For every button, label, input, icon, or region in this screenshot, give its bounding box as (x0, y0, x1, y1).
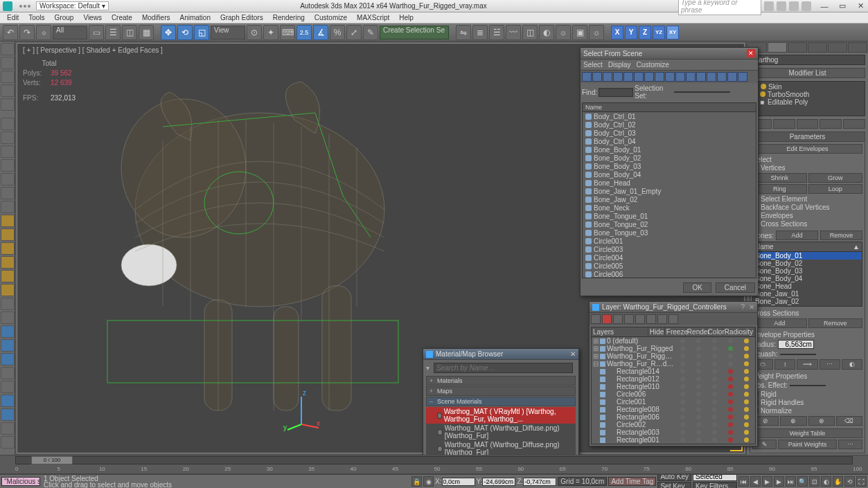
axis-y[interactable]: Y (625, 26, 637, 39)
sfs-item[interactable]: Bone_Body_04 (583, 170, 756, 179)
sfs-tab-display[interactable]: Display (608, 61, 631, 69)
loop-button[interactable]: Loop (808, 184, 863, 194)
favorites-icon[interactable] (789, 1, 799, 11)
layer-row[interactable]: Rectangle010 (592, 383, 755, 390)
menu-animation[interactable]: Animation (175, 14, 214, 21)
layer-row[interactable]: ⊟Warthog_Fur_R…d_Cont (592, 360, 755, 368)
help-search[interactable]: Type a keyword or phrase (678, 0, 761, 15)
mmb-mat-1[interactable]: Warthog_MAT (Warthog_Diffuse.png) [Warth… (426, 424, 576, 440)
lt-misc-4[interactable] (1, 408, 15, 421)
menu-modifiers[interactable]: Modifiers (138, 14, 175, 21)
layer-row[interactable]: ⊞0 (default) (592, 337, 755, 345)
lt-modeling-7[interactable] (1, 201, 15, 213)
lt-modeling-5[interactable] (1, 173, 15, 186)
close-button[interactable]: ✕ (856, 1, 865, 11)
render-frame-button[interactable]: ▣ (572, 25, 587, 40)
maximize-button[interactable]: ▭ (838, 1, 847, 11)
menu-maxscript[interactable]: MAXScript (353, 14, 393, 21)
make-unique[interactable] (797, 119, 819, 129)
lt-grid-1[interactable] (1, 298, 15, 310)
bone-item[interactable]: Bone_Body_04 (753, 275, 862, 282)
render-setup-button[interactable]: ☼ (556, 25, 571, 40)
lt-1[interactable] (1, 43, 15, 55)
nav-fov[interactable]: ◐ (821, 476, 831, 487)
nav-zoom-all[interactable]: ⊡ (809, 476, 820, 487)
sfs-tab-customize[interactable]: Customize (637, 61, 669, 69)
sfs-tab-select[interactable]: Select (583, 61, 603, 69)
keyboard-shortcut-button[interactable]: ⌨ (280, 25, 295, 40)
layer-row[interactable]: Circle006 (592, 390, 755, 398)
isolate-toggle[interactable]: ◉ (423, 476, 434, 487)
sfs-item[interactable]: Body_Ctrl_02 (583, 120, 756, 129)
sfs-item[interactable]: Body_Ctrl_04 (583, 137, 756, 145)
coord-y[interactable] (482, 478, 515, 486)
redo-button[interactable]: ↷ (19, 25, 35, 40)
workspace-selector[interactable]: Workspace: Default ▾ (36, 1, 109, 10)
bone-item[interactable]: Bone_Head (753, 282, 862, 290)
nav-pan[interactable]: ✋ (833, 476, 843, 487)
sfs-item[interactable]: Bone_Tongue_02 (583, 220, 756, 228)
undo-button[interactable]: ↶ (3, 25, 18, 40)
layer-row[interactable]: Rectangle012 (592, 375, 755, 383)
layer-delete[interactable] (602, 314, 612, 324)
sfs-list[interactable]: Name Body_Ctrl_01Body_Ctrl_02Body_Ctrl_0… (582, 102, 756, 278)
bone-item[interactable]: Bone_Neck (753, 305, 862, 307)
tab-motion[interactable] (808, 42, 827, 53)
cs-remove-button[interactable]: Remove (808, 318, 863, 328)
sfs-item[interactable]: Bone_Body_03 (583, 162, 756, 170)
select-region-button[interactable]: ◫ (122, 25, 137, 40)
schematic-button[interactable]: ◫ (522, 25, 538, 40)
layer-row[interactable]: Rectangle003 (592, 428, 755, 436)
sfs-item[interactable]: Bone_Neck (583, 204, 756, 212)
layer-row[interactable]: Circle001 (592, 398, 755, 406)
sfs-close-button[interactable]: ✕ (747, 49, 755, 57)
material-editor-button[interactable]: ◐ (539, 25, 554, 40)
scale-button[interactable]: ◱ (194, 25, 209, 40)
auto-key-button[interactable]: Auto Key (657, 474, 691, 481)
ring-button[interactable]: Ring (752, 184, 807, 194)
named-selection-set[interactable]: Create Selection Se (380, 26, 449, 39)
pivot-button[interactable]: ⊙ (247, 25, 262, 40)
mmb-mat-0[interactable]: Warthog_MAT ( VRayMtl ) [Warthog, Wartho… (426, 407, 576, 424)
lt-grid-2[interactable] (1, 311, 15, 324)
lt-misc-6[interactable] (1, 436, 15, 449)
lt-misc-1[interactable] (1, 367, 15, 379)
sfs-item[interactable]: Circle006 (583, 270, 756, 278)
lt-helper-3[interactable] (1, 353, 15, 365)
angle-snap-button[interactable]: ∡ (313, 25, 328, 40)
bone-list[interactable]: Name▲ Bone_Body_01Bone_Body_02Bone_Body_… (752, 242, 862, 307)
lt-light-2[interactable] (1, 284, 15, 296)
sfs-item[interactable]: Bone_Head (583, 179, 756, 187)
tab-modify[interactable] (768, 42, 787, 53)
transform-gizmo[interactable]: z x y (281, 390, 322, 431)
sfs-item[interactable]: Circle001 (583, 237, 756, 245)
menu-tools[interactable]: Tools (24, 14, 48, 21)
select-name-button[interactable]: ☰ (105, 25, 121, 40)
play-button[interactable]: ▶ (762, 476, 772, 487)
axis-x[interactable]: X (611, 26, 623, 39)
remove-modifier[interactable] (820, 119, 842, 129)
exchange-icon[interactable] (777, 1, 786, 11)
lt-5[interactable] (1, 98, 15, 111)
refcoord-dropdown[interactable]: View (211, 26, 245, 39)
modifier-list-dropdown[interactable]: Modifier List (750, 68, 865, 78)
menu-views[interactable]: Views (79, 14, 106, 21)
lt-misc-5[interactable] (1, 422, 15, 435)
edit-named-sel-button[interactable]: ✎ (363, 25, 378, 40)
weight-table-button[interactable]: Weight Table (752, 428, 862, 438)
layers-close-button[interactable]: ✕ (749, 303, 754, 311)
mmb-search[interactable] (434, 363, 573, 373)
app-icon[interactable] (3, 1, 12, 11)
lock-selection[interactable]: 🔒 (411, 476, 422, 487)
set-key-button[interactable]: Set Key (657, 482, 691, 488)
object-name-field[interactable] (750, 55, 865, 65)
layer-row[interactable]: ⊞Warthog_Fur_Rigged (592, 345, 755, 352)
shrink-button[interactable]: Shrink (752, 173, 807, 183)
tab-display[interactable] (828, 42, 847, 53)
mmb-sec-maps[interactable]: Maps (426, 386, 576, 396)
rollout-parameters[interactable]: Parameters (750, 132, 865, 142)
lt-prim-2[interactable] (1, 228, 15, 241)
coord-z[interactable] (523, 478, 556, 486)
bone-item[interactable]: Bone_Jaw_02 (753, 298, 862, 305)
bone-item[interactable]: Bone_Body_03 (753, 267, 862, 275)
